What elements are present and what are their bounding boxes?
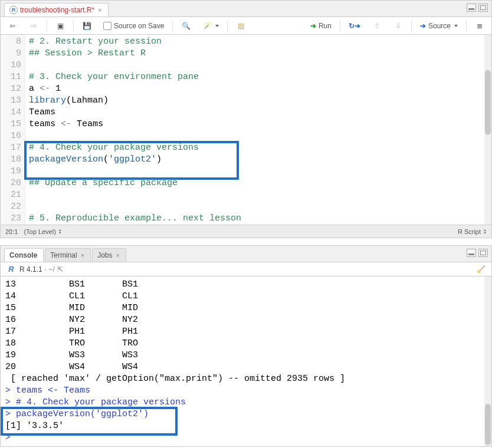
code-token: ) — [156, 154, 162, 164]
tab-console-label: Console — [9, 251, 37, 259]
line-number: 8 — [4, 36, 21, 48]
code-editor[interactable]: 891011121314151617181920212223 # 2. Rest… — [1, 35, 491, 225]
forward-button[interactable]: ⇨ — [25, 20, 42, 32]
list-icon: ≣ — [475, 21, 484, 31]
code-token: <- — [40, 84, 50, 94]
close-icon[interactable]: × — [81, 252, 84, 259]
code-token: library — [29, 95, 66, 106]
scrollbar[interactable] — [484, 276, 491, 446]
line-number: 18 — [4, 154, 21, 166]
console-line: 15 MID MID — [5, 302, 487, 314]
notebook-button[interactable]: ▤ — [232, 20, 249, 32]
scrollbar[interactable] — [484, 35, 491, 225]
minimize-icon[interactable] — [467, 4, 476, 12]
separator — [411, 21, 412, 31]
line-number: 22 — [4, 201, 21, 213]
console-line: > packageVersion('ggplot2') — [5, 409, 487, 420]
source-icon: ➔ — [420, 22, 426, 30]
code-tools-button[interactable]: 🪄 — [199, 20, 222, 32]
run-button[interactable]: ➔Run — [307, 21, 335, 31]
separator — [47, 21, 47, 31]
code-line[interactable]: # 4. Check your package versions — [29, 142, 488, 154]
find-button[interactable]: 🔍 — [178, 20, 194, 32]
scope-label: (Top Level) — [24, 228, 55, 235]
minimize-icon[interactable] — [467, 249, 476, 257]
line-number: 9 — [4, 48, 21, 60]
separator — [73, 21, 74, 31]
tab-console[interactable]: Console — [4, 248, 44, 262]
separator — [227, 21, 228, 31]
updown-icon: ▲▼ — [58, 229, 62, 235]
up-button[interactable]: ⇧ — [369, 20, 385, 32]
line-number: 21 — [4, 189, 21, 201]
console-line: > teams <- Teams — [5, 385, 487, 397]
language-selector[interactable]: R Script ▲▼ — [458, 228, 487, 235]
back-button[interactable]: ⇦ — [4, 20, 21, 32]
maximize-icon[interactable] — [478, 4, 488, 12]
line-number: 20 — [4, 177, 21, 189]
floppy-icon: 💾 — [82, 21, 91, 31]
code-line[interactable]: ## Session > Restart R — [29, 48, 488, 60]
code-line[interactable]: packageVersion('ggplot2') — [29, 154, 488, 166]
source-on-save-toggle[interactable]: Source on Save — [100, 21, 168, 31]
save-button[interactable]: 💾 — [78, 20, 95, 32]
down-button[interactable]: ⇩ — [390, 20, 406, 32]
code-token: 1 — [50, 84, 61, 94]
source-label: Source — [428, 22, 451, 30]
editor-pane: R troubleshooting-start.R* × ⇦ ⇨ ▣ 💾 Sou… — [0, 0, 492, 238]
show-in-new-window-button[interactable]: ▣ — [52, 20, 68, 32]
code-token: ## Update a specific package — [29, 178, 178, 188]
rerun-button[interactable]: ↻➔ — [345, 21, 364, 31]
document-icon: ▤ — [236, 21, 245, 31]
code-line[interactable]: a <- 1 — [29, 83, 488, 95]
console-line: 18 TRO TRO — [5, 338, 487, 350]
outline-button[interactable]: ≣ — [471, 20, 488, 32]
source-button[interactable]: ➔Source — [416, 21, 461, 31]
code-line[interactable] — [29, 60, 488, 71]
console-tabstrip: Console Terminal × Jobs × — [1, 246, 491, 262]
tab-terminal[interactable]: Terminal × — [45, 248, 91, 262]
close-icon[interactable]: × — [116, 252, 120, 259]
code-token: Teams — [71, 119, 103, 129]
r-version: R 4.1.1 — [19, 265, 42, 274]
code-line[interactable]: Teams — [29, 107, 488, 118]
clear-console-icon[interactable]: 🧹 — [475, 265, 487, 274]
code-line[interactable] — [29, 130, 488, 142]
line-number: 17 — [4, 142, 21, 154]
tab-jobs[interactable]: Jobs × — [92, 248, 126, 262]
popout-console-icon[interactable]: ⇱ — [57, 265, 63, 274]
source-on-save-label: Source on Save — [114, 22, 164, 30]
console-output[interactable]: 13 BS1 BS114 CL1 CL115 MID MID16 NY2 NY2… — [1, 276, 491, 446]
popout-icon: ▣ — [55, 21, 65, 31]
r-logo-icon: R — [5, 265, 17, 274]
window-buttons — [467, 4, 488, 12]
editor-tabstrip: R troubleshooting-start.R* × — [1, 1, 491, 17]
tab-terminal-label: Terminal — [50, 251, 77, 259]
editor-tab[interactable]: R troubleshooting-start.R* × — [4, 3, 109, 17]
code-content[interactable]: # 2. Restart your session## Session > Re… — [25, 35, 491, 225]
code-line[interactable]: # 3. Check your environment pane — [29, 71, 488, 83]
code-line[interactable]: teams <- Teams — [29, 118, 488, 130]
code-line[interactable] — [29, 201, 488, 213]
rerun-icon: ↻➔ — [349, 22, 360, 30]
code-line[interactable]: # 5. Reproducible example... next lesson — [29, 213, 488, 225]
arrow-up-icon: ⇧ — [372, 21, 382, 31]
scroll-thumb[interactable] — [485, 70, 491, 135]
code-line[interactable]: library(Lahman) — [29, 95, 488, 107]
code-token: # 3. Check your environment pane — [29, 72, 199, 82]
maximize-icon[interactable] — [478, 249, 488, 257]
code-line[interactable]: # 2. Restart your session — [29, 36, 488, 48]
code-line[interactable]: ## Update a specific package — [29, 177, 488, 189]
tab-jobs-label: Jobs — [97, 251, 112, 259]
scroll-thumb[interactable] — [485, 404, 491, 445]
code-token: # 5. Reproducible example... next lesson — [29, 213, 241, 223]
code-line[interactable] — [29, 166, 488, 177]
console-line: 19 WS3 WS3 — [5, 350, 487, 361]
close-icon[interactable]: × — [98, 6, 101, 14]
code-token: ## Session > Restart R — [29, 48, 146, 58]
console-pane: Console Terminal × Jobs × R R 4.1.1 · ~/… — [0, 245, 492, 447]
code-line[interactable] — [29, 189, 488, 201]
console-line: 17 PH1 PH1 — [5, 326, 487, 338]
scope-selector[interactable]: (Top Level) ▲▼ — [24, 228, 61, 235]
code-token: packageVersion — [29, 154, 103, 164]
